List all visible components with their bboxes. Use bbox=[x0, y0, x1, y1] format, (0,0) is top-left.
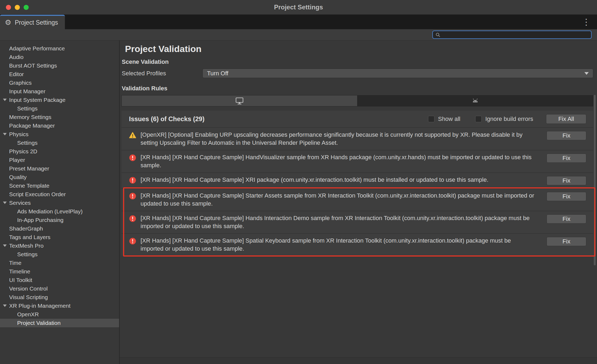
foldout-arrow-icon[interactable] bbox=[3, 244, 7, 247]
sidebar-item-settings[interactable]: Settings bbox=[0, 250, 119, 259]
search-input[interactable] bbox=[443, 32, 588, 38]
sidebar-item-in-app-purchasing[interactable]: In-App Purchasing bbox=[0, 216, 119, 224]
sidebar-item-physics[interactable]: Physics bbox=[0, 130, 119, 139]
sidebar-item-ui-toolkit[interactable]: UI Toolkit bbox=[0, 276, 119, 284]
minimize-window-button[interactable] bbox=[15, 5, 20, 10]
sidebar-item-tags-and-layers[interactable]: Tags and Layers bbox=[0, 233, 119, 242]
error-icon bbox=[129, 177, 136, 184]
sidebar-item-label: TextMesh Pro bbox=[9, 243, 43, 249]
fix-button[interactable]: Fix bbox=[547, 192, 586, 201]
issue-row: [XR Hands] [XR Hand Capture Sample] Hand… bbox=[121, 211, 593, 233]
sidebar-item-scene-template[interactable]: Scene Template bbox=[0, 181, 119, 190]
tab-project-settings[interactable]: ⚙ Project Settings bbox=[0, 15, 65, 29]
sidebar-item-label: UI Toolkit bbox=[9, 277, 32, 283]
sidebar-item-label: Adaptive Performance bbox=[9, 45, 65, 51]
foldout-arrow-icon[interactable] bbox=[3, 304, 7, 307]
sidebar-item-audio[interactable]: Audio bbox=[0, 53, 119, 61]
sidebar-list: Adaptive PerformanceAudioBurst AOT Setti… bbox=[0, 44, 119, 327]
ignore-build-errors-checkbox[interactable]: Ignore build errors bbox=[475, 116, 533, 122]
sidebar-item-label: Audio bbox=[9, 54, 24, 60]
sidebar-item-label: In-App Purchasing bbox=[17, 217, 64, 223]
sidebar-item-adaptive-performance[interactable]: Adaptive Performance bbox=[0, 44, 119, 53]
sidebar-item-memory-settings[interactable]: Memory Settings bbox=[0, 113, 119, 121]
foldout-arrow-icon[interactable] bbox=[3, 202, 7, 204]
monitor-icon bbox=[235, 97, 244, 105]
android-icon bbox=[471, 98, 479, 103]
sidebar-item-graphics[interactable]: Graphics bbox=[0, 79, 119, 87]
gear-icon: ⚙ bbox=[5, 19, 11, 26]
tab-standalone-platform[interactable] bbox=[122, 95, 357, 106]
issue-text: [XR Hands] [XR Hand Capture Sample] Spat… bbox=[141, 237, 547, 253]
sidebar-item-openxr[interactable]: OpenXR bbox=[0, 310, 119, 319]
sidebar-item-label: Time bbox=[9, 260, 21, 266]
issue-text: [XR Hands] [XR Hand Capture Sample] Hand… bbox=[141, 214, 547, 230]
tab-label: Project Settings bbox=[15, 19, 58, 26]
sidebar-item-quality[interactable]: Quality bbox=[0, 173, 119, 181]
fix-all-button[interactable]: Fix All bbox=[546, 114, 586, 124]
fix-button[interactable]: Fix bbox=[547, 237, 586, 246]
warning-icon bbox=[129, 132, 136, 139]
sidebar-item-input-system-package[interactable]: Input System Package bbox=[0, 96, 119, 104]
window-title: Project Settings bbox=[274, 3, 323, 11]
fix-button[interactable]: Fix bbox=[547, 214, 586, 224]
tab-strip: ⚙ Project Settings ⋮ bbox=[0, 15, 597, 29]
sidebar-item-label: Preset Manager bbox=[9, 165, 49, 172]
issues-header-row: Issues (6) of Checks (29) Show all Ignor… bbox=[121, 111, 593, 127]
error-icon bbox=[129, 154, 136, 161]
issues-panel: Issues (6) of Checks (29) Show all Ignor… bbox=[121, 111, 593, 256]
vertical-scrollbar[interactable] bbox=[594, 95, 596, 265]
foldout-arrow-icon[interactable] bbox=[3, 133, 7, 135]
issue-row: [XR Hands] [XR Hand Capture Sample] Star… bbox=[121, 188, 593, 211]
sidebar-item-label: Package Manager bbox=[9, 122, 55, 129]
sidebar-item-xr-plug-in-management[interactable]: XR Plug-in Management bbox=[0, 302, 119, 310]
sidebar-item-settings[interactable]: Settings bbox=[0, 139, 119, 147]
search-icon bbox=[436, 32, 440, 37]
checkbox-box[interactable] bbox=[428, 116, 434, 122]
sidebar-item-label: Visual Scripting bbox=[9, 294, 48, 300]
sidebar-item-shadergraph[interactable]: ShaderGraph bbox=[0, 224, 119, 233]
foldout-arrow-icon[interactable] bbox=[3, 99, 7, 101]
sidebar-item-label: Player bbox=[9, 157, 25, 163]
sidebar-item-version-control[interactable]: Version Control bbox=[0, 284, 119, 293]
issue-text: [XR Hands] [XR Hand Capture Sample] Star… bbox=[141, 192, 547, 208]
fix-button[interactable]: Fix bbox=[547, 131, 586, 140]
sidebar-item-services[interactable]: Services bbox=[0, 199, 119, 207]
sidebar-item-textmesh-pro[interactable]: TextMesh Pro bbox=[0, 242, 119, 250]
sidebar-item-label: Input System Package bbox=[9, 97, 65, 103]
sidebar-item-visual-scripting[interactable]: Visual Scripting bbox=[0, 293, 119, 302]
fix-button[interactable]: Fix bbox=[547, 176, 586, 185]
sidebar-item-label: OpenXR bbox=[17, 311, 39, 317]
sidebar-item-label: Script Execution Order bbox=[9, 191, 66, 197]
sidebar-item-label: Tags and Layers bbox=[9, 234, 50, 240]
checkbox-box[interactable] bbox=[475, 116, 482, 122]
fix-button[interactable]: Fix bbox=[547, 154, 586, 163]
tab-android-platform[interactable] bbox=[357, 95, 593, 106]
search-field[interactable] bbox=[432, 31, 592, 39]
sidebar-item-settings[interactable]: Settings bbox=[0, 104, 119, 113]
sidebar-item-project-validation[interactable]: Project Validation bbox=[0, 319, 119, 327]
close-window-button[interactable] bbox=[6, 5, 11, 10]
sidebar-item-editor[interactable]: Editor bbox=[0, 70, 119, 79]
sidebar-item-script-execution-order[interactable]: Script Execution Order bbox=[0, 190, 119, 199]
sidebar-item-label: Quality bbox=[9, 174, 27, 180]
selected-profiles-row: Selected Profiles Turn Off bbox=[122, 69, 593, 78]
issue-row: [OpenXR] [Optional] Enabling URP upscali… bbox=[121, 127, 593, 150]
sidebar-item-package-manager[interactable]: Package Manager bbox=[0, 121, 119, 130]
overflow-menu-icon[interactable]: ⋮ bbox=[582, 18, 597, 26]
sidebar-item-ads-mediation-levelplay[interactable]: Ads Mediation (LevelPlay) bbox=[0, 207, 119, 216]
sidebar-item-player[interactable]: Player bbox=[0, 156, 119, 164]
content-area: Adaptive PerformanceAudioBurst AOT Setti… bbox=[0, 40, 597, 364]
sidebar-item-label: Ads Mediation (LevelPlay) bbox=[17, 208, 83, 214]
zoom-window-button[interactable] bbox=[24, 5, 29, 10]
sidebar-item-burst-aot-settings[interactable]: Burst AOT Settings bbox=[0, 61, 119, 70]
page-title: Project Validation bbox=[125, 44, 593, 54]
issues-count-heading: Issues (6) of Checks (29) bbox=[129, 115, 204, 123]
selected-profiles-label: Selected Profiles bbox=[122, 70, 202, 77]
sidebar-item-physics-2d[interactable]: Physics 2D bbox=[0, 147, 119, 156]
sidebar-item-timeline[interactable]: Timeline bbox=[0, 267, 119, 276]
selected-profiles-dropdown[interactable]: Turn Off bbox=[202, 69, 593, 78]
sidebar-item-preset-manager[interactable]: Preset Manager bbox=[0, 164, 119, 173]
show-all-checkbox[interactable]: Show all bbox=[428, 116, 460, 122]
sidebar-item-time[interactable]: Time bbox=[0, 259, 119, 267]
sidebar-item-input-manager[interactable]: Input Manager bbox=[0, 87, 119, 96]
